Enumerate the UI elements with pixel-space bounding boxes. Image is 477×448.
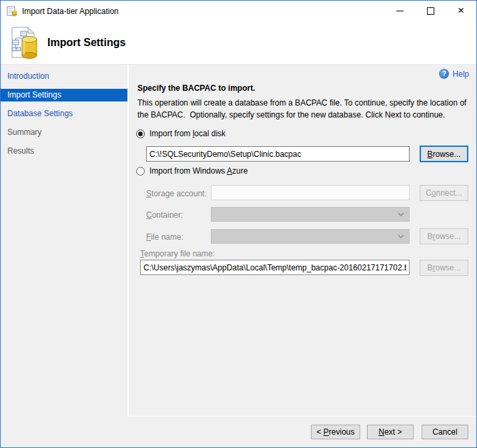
- bacpac-path-input[interactable]: [146, 146, 410, 162]
- radio-azure-label: Import from Windows Azure: [149, 166, 248, 176]
- help-icon: ?: [439, 69, 449, 79]
- window-controls: ×: [384, 1, 476, 21]
- connect-button: Connect...: [420, 185, 468, 201]
- browse-azure-file-button: Browse...: [420, 228, 468, 244]
- section-description: This operation will create a database fr…: [137, 97, 474, 121]
- page-title: Import Settings: [47, 37, 125, 49]
- import-settings-panel: ? Help Specify the BACPAC to import. Thi…: [129, 65, 476, 416]
- minimize-button[interactable]: [384, 1, 415, 21]
- footer-bar: < Previous Next > Cancel: [1, 417, 476, 447]
- window-title: Import Data-tier Application: [22, 7, 119, 16]
- radio-import-azure[interactable]: Import from Windows Azure: [136, 166, 248, 176]
- help-link[interactable]: ? Help: [439, 69, 469, 79]
- sidebar-item-introduction[interactable]: Introduction: [1, 70, 127, 83]
- container-dropdown: [211, 207, 410, 222]
- maximize-icon: [427, 7, 434, 15]
- file-name-dropdown: [211, 229, 410, 244]
- sidebar-item-summary: Summary: [1, 126, 127, 139]
- title-bar[interactable]: Import Data-tier Application ×: [1, 1, 476, 21]
- cancel-button[interactable]: Cancel: [422, 425, 468, 439]
- previous-button[interactable]: < Previous: [311, 425, 360, 439]
- wizard-header: Import Settings: [1, 21, 476, 65]
- sidebar-item-results: Results: [1, 145, 127, 158]
- storage-account-label: Storage account:: [146, 189, 207, 198]
- container-label: Container:: [146, 210, 183, 220]
- radio-local-disk-label: Import from local disk: [149, 129, 225, 138]
- close-button[interactable]: ×: [446, 1, 476, 21]
- close-icon: ×: [458, 5, 464, 16]
- import-dac-page-icon: [7, 25, 39, 60]
- sidebar-item-database-settings[interactable]: Database Settings: [1, 107, 127, 120]
- file-name-label: File name:: [146, 232, 183, 242]
- maximize-button[interactable]: [415, 1, 446, 21]
- wizard-steps-sidebar: Introduction Import Settings Database Se…: [1, 65, 127, 447]
- chevron-down-icon: [398, 212, 404, 216]
- import-dac-dialog: Import Data-tier Application × Import Se…: [0, 0, 477, 448]
- radio-azure-indicator: [136, 167, 145, 176]
- app-icon: [7, 6, 17, 17]
- browse-temp-file-button: Browse...: [420, 260, 468, 276]
- section-heading: Specify the BACPAC to import.: [137, 83, 255, 93]
- next-button[interactable]: Next >: [367, 425, 414, 439]
- radio-import-local-disk[interactable]: Import from local disk: [136, 129, 225, 138]
- sidebar-item-import-settings[interactable]: Import Settings: [1, 89, 127, 101]
- storage-account-input: [211, 185, 410, 200]
- temporary-file-name-label: Temporary file name:: [140, 249, 215, 258]
- help-label: Help: [452, 69, 469, 79]
- temporary-file-name-input[interactable]: [140, 260, 410, 275]
- chevron-down-icon: [398, 234, 404, 238]
- browse-local-button[interactable]: Browse...: [420, 146, 468, 162]
- minimize-icon: [396, 11, 404, 11]
- radio-local-disk-indicator: [136, 130, 145, 138]
